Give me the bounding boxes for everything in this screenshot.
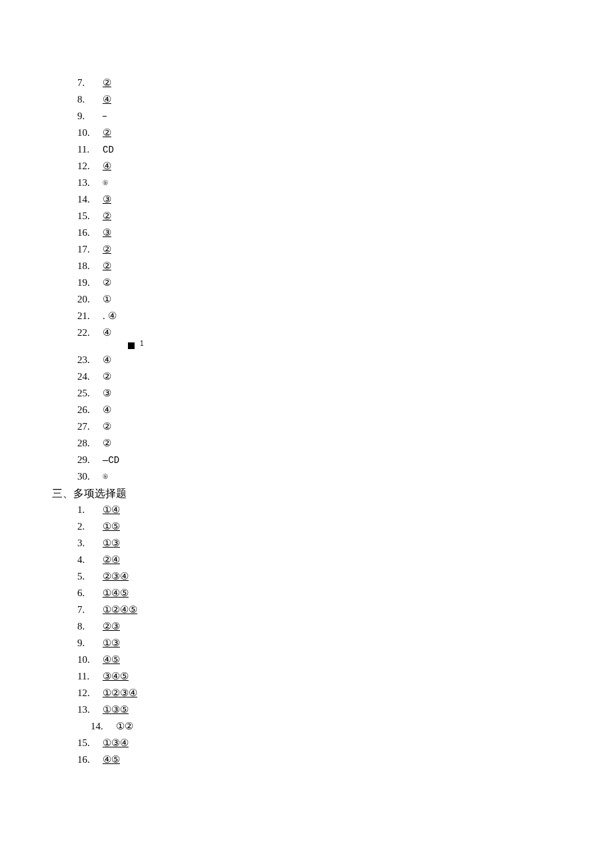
item-number: 10. [77,125,103,141]
answer-row: 24.② [77,368,613,385]
item-number: 6. [77,585,103,602]
item-answer: ①③ [103,535,120,552]
item-number: 17. [77,241,103,258]
item-answer: ①⑤ [103,518,120,535]
item-answer: ② [103,125,111,141]
item-number: 23. [77,352,103,368]
item-answer: ① [103,291,111,308]
item-number: 30. [77,468,103,485]
item-answer: ①④⑤ [103,585,129,602]
answer-row: 29.—CD [77,452,613,468]
item-number: 8. [77,618,103,635]
item-answer: CD [103,142,114,159]
answer-row: 23.④ [77,352,613,368]
answer-row: 15.①③④ [77,735,613,751]
item-answer: ③ [103,385,111,402]
item-number: 13. [77,175,103,191]
answer-row: 17.② [77,241,613,258]
item-number: 3. [77,535,103,552]
answer-row: 12.①②③④ [77,685,613,701]
answer-row: 13.①③⑤ [77,701,613,718]
item-answer: . ④ [103,308,117,324]
section-2-list-b: 23.④24.②25.③26.④27.②28.②29.—CD30.® [52,352,613,485]
answer-row: 5.②③④ [77,568,613,585]
answer-row: 30.® [77,468,613,485]
answer-row: 22.④ [77,324,613,341]
item-answer: ② [103,258,111,274]
item-number: 24. [77,368,103,385]
answer-row: 2.①⑤ [77,518,613,535]
item-number: 9. [77,635,103,651]
item-answer: ② [103,75,111,91]
item-answer: ②③ [103,618,120,635]
item-number: 16. [77,224,103,241]
item-answer: —CD [103,452,119,469]
item-answer: ②③④ [103,568,129,585]
item-number: 10. [77,651,103,668]
item-answer: ④⑤ [103,651,120,668]
item-answer: ® [103,468,108,485]
marker-label: 1 [140,340,144,347]
item-number: 8. [77,91,103,108]
answer-row: 10.④⑤ [77,651,613,668]
item-answer: ②④ [103,552,120,568]
section-2-list: 7.②8.④9.10.②11.CD12.④13.®14.③15.②16.③17.… [52,75,613,341]
answer-row: 8.④ [77,91,613,108]
section-3-heading: 三、多项选择题 [52,485,613,502]
answer-row: 26.④ [77,402,613,418]
section-3-list: 1.①④2.①⑤3.①③4.②④5.②③④6.①④⑤7.①②④⑤8.②③9.①③… [52,502,613,768]
item-answer: ③ [103,191,111,208]
item-answer: ④ [103,158,111,175]
item-answer: ①②③④ [103,685,137,701]
answer-row: 16.④⑤ [77,751,613,768]
answer-row: 14.③ [77,191,613,208]
item-number: 9. [77,108,103,125]
item-answer: ② [103,418,111,435]
answer-row: 19.② [77,274,613,291]
item-number: 21. [77,308,103,324]
answer-row: 6.①④⑤ [77,585,613,602]
item-number: 14. [77,191,103,208]
item-number: 1. [77,502,103,518]
document-page: 7.②8.④9.10.②11.CD12.④13.®14.③15.②16.③17.… [0,0,613,768]
answer-row: 4.②④ [77,552,613,568]
item-answer: ①② [116,718,133,735]
answer-row: 27.② [77,418,613,435]
answer-row: 10.② [77,125,613,141]
answer-row: 20.① [77,291,613,308]
item-answer: ④⑤ [103,751,120,768]
item-number: 28. [77,435,103,452]
item-answer: ④ [103,324,111,341]
black-square-marker [128,342,135,349]
item-number: 5. [77,568,103,585]
item-answer: ② [103,368,111,385]
answer-row: 7.①②④⑤ [77,602,613,618]
answer-row: 12.④ [77,158,613,175]
item-answer: ② [103,274,111,291]
item-number: 14. [91,718,116,735]
item-answer [103,108,107,125]
marker-row: 1 [52,341,613,352]
answer-row: 11.CD [77,141,613,158]
answer-row: 3.①③ [77,535,613,552]
item-number: 25. [77,385,103,402]
item-answer: ④ [103,402,111,418]
item-answer: ③ [103,224,111,241]
item-number: 2. [77,518,103,535]
item-number: 27. [77,418,103,435]
item-number: 4. [77,552,103,568]
item-answer: ③④⑤ [103,668,129,685]
answer-row: 13.® [77,175,613,191]
answer-row: 15.② [77,208,613,224]
item-number: 11. [77,141,103,158]
item-number: 15. [77,735,103,751]
item-answer: ④ [103,352,111,368]
item-number: 18. [77,258,103,274]
answer-row: 28.② [77,435,613,452]
item-number: 19. [77,274,103,291]
item-answer: ® [103,175,108,191]
item-answer: ② [103,435,111,452]
item-number: 26. [77,402,103,418]
item-answer: ①③ [103,635,120,651]
answer-row: 25.③ [77,385,613,402]
